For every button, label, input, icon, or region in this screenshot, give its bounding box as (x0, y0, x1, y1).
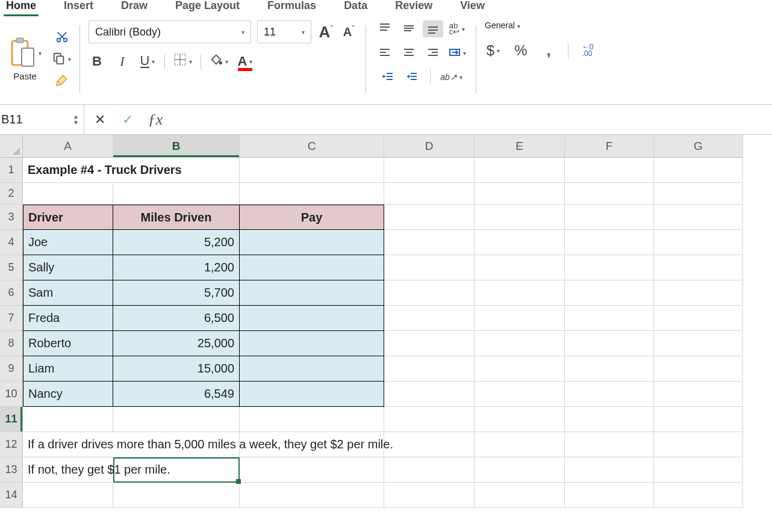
cell-C9[interactable] (240, 356, 384, 382)
cell-C13[interactable] (240, 457, 384, 483)
cell-F7[interactable] (565, 306, 654, 331)
currency-button[interactable]: $ (485, 42, 502, 59)
cell-A13[interactable]: If not, they get $1 per mile. (23, 457, 113, 483)
cell-E11[interactable] (475, 407, 565, 432)
wrap-text-button[interactable]: abc↩ (447, 20, 467, 37)
grow-font-button[interactable]: Aˆ (317, 23, 334, 40)
row-header[interactable]: 13 (0, 457, 23, 483)
cell-B4[interactable]: 5,200 (113, 230, 240, 255)
fill-color-button[interactable] (210, 53, 228, 70)
cell-C10[interactable] (240, 382, 384, 407)
font-size-select[interactable]: 11 (257, 20, 311, 43)
grid-area[interactable]: Example #4 - Truck Drivers Driver (23, 158, 772, 508)
cell-E8[interactable] (475, 331, 565, 356)
cell-C14[interactable] (240, 483, 384, 508)
cell-C11[interactable] (240, 407, 384, 432)
name-box[interactable]: B11 ▲▼ (0, 105, 84, 135)
row-header[interactable]: 4 (0, 230, 23, 255)
cell-E9[interactable] (475, 356, 565, 382)
column-header[interactable]: F (565, 135, 654, 158)
cell-G9[interactable] (654, 356, 743, 382)
format-painter-button[interactable] (54, 73, 70, 90)
row-header[interactable]: 3 (0, 205, 23, 230)
cell-F4[interactable] (565, 230, 654, 255)
cell-B3[interactable]: Miles Driven (113, 205, 240, 230)
tab-view[interactable]: View (458, 0, 487, 14)
cell-E5[interactable] (475, 255, 565, 280)
insert-function-button[interactable]: ƒx (147, 111, 164, 128)
row-header[interactable]: 8 (0, 331, 23, 356)
copy-button[interactable] (52, 51, 71, 68)
italic-button[interactable]: I (114, 53, 131, 70)
cell-B7[interactable]: 6,500 (113, 306, 240, 331)
tab-draw[interactable]: Draw (119, 0, 150, 14)
cell-G2[interactable] (654, 183, 743, 205)
font-color-button[interactable]: A (237, 53, 254, 70)
column-header[interactable]: G (654, 135, 743, 158)
cell-B10[interactable]: 6,549 (113, 382, 240, 407)
tab-review[interactable]: Review (393, 0, 435, 14)
cancel-formula-button[interactable]: ✕ (92, 111, 108, 128)
cell-D9[interactable] (384, 356, 475, 382)
align-right-button[interactable] (423, 45, 443, 61)
cell-G5[interactable] (654, 255, 743, 280)
cell-F6[interactable] (565, 280, 654, 306)
cell-G8[interactable] (654, 331, 743, 356)
borders-button[interactable] (173, 53, 192, 70)
column-header[interactable]: D (384, 135, 475, 158)
cell-D12[interactable] (384, 432, 475, 457)
cell-G3[interactable] (654, 205, 743, 230)
cell-D13[interactable] (384, 457, 475, 483)
cell-E10[interactable] (475, 382, 565, 407)
percent-button[interactable]: % (512, 42, 529, 59)
cell-A14[interactable] (23, 483, 113, 508)
name-box-spinner[interactable]: ▲▼ (73, 114, 79, 126)
font-name-select[interactable]: Calibri (Body) (89, 20, 251, 43)
cell-D2[interactable] (384, 183, 475, 205)
cell-A6[interactable]: Sam (23, 280, 113, 306)
cell-C8[interactable] (240, 331, 384, 356)
cell-B6[interactable]: 5,700 (113, 280, 240, 306)
cell-E1[interactable] (475, 158, 565, 183)
cell-E12[interactable] (475, 432, 565, 457)
column-header[interactable]: A (23, 135, 113, 158)
cell-E2[interactable] (475, 183, 565, 205)
accept-formula-button[interactable]: ✓ (119, 111, 136, 128)
bold-button[interactable]: B (89, 53, 105, 70)
tab-data[interactable]: Data (341, 0, 370, 14)
cell-A3[interactable]: Driver (23, 205, 113, 230)
cell-A9[interactable]: Liam (23, 356, 113, 382)
cell-F1[interactable] (565, 158, 654, 183)
cell-A2[interactable] (23, 183, 113, 205)
cell-A10[interactable]: Nancy (23, 382, 113, 407)
cell-C4[interactable] (240, 230, 384, 255)
cell-C7[interactable] (240, 306, 384, 331)
shrink-font-button[interactable]: Aˇ (340, 23, 357, 40)
cut-button[interactable] (54, 29, 70, 46)
cell-A4[interactable]: Joe (23, 230, 113, 255)
align-top-button[interactable] (375, 20, 395, 37)
tab-home[interactable]: Home (4, 0, 39, 14)
cell-D5[interactable] (384, 255, 475, 280)
cell-G4[interactable] (654, 230, 743, 255)
cell-D7[interactable] (384, 306, 475, 331)
cell-D11[interactable] (384, 407, 475, 432)
column-header[interactable]: B (113, 135, 240, 158)
cell-E4[interactable] (475, 230, 565, 255)
merge-cells-button[interactable] (447, 45, 467, 61)
tab-insert[interactable]: Insert (61, 0, 96, 14)
cell-B2[interactable] (113, 183, 240, 205)
column-header[interactable]: C (240, 135, 384, 158)
align-left-button[interactable] (375, 45, 395, 61)
cell-F13[interactable] (565, 457, 654, 483)
increase-indent-button[interactable] (403, 69, 420, 85)
cell-F2[interactable] (565, 183, 654, 205)
cell-F11[interactable] (565, 407, 654, 432)
orientation-button[interactable]: ab↗ (440, 69, 462, 85)
cell-D8[interactable] (384, 331, 475, 356)
tab-formulas[interactable]: Formulas (265, 0, 319, 14)
underline-button[interactable]: U (139, 53, 156, 70)
row-header[interactable]: 1 (0, 158, 23, 183)
cell-G14[interactable] (654, 483, 743, 508)
row-header[interactable]: 12 (0, 432, 23, 457)
